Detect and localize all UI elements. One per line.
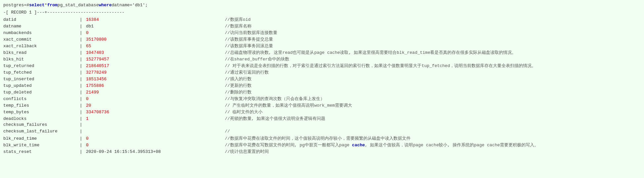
field-comment: //插入的行数 [225,76,252,82]
field-name: tup_fetched [3,70,76,75]
field-separator: | [76,77,86,82]
field-separator: | [76,83,86,88]
field-separator: | [76,44,86,49]
field-name: tup_returned [3,63,76,68]
field-name: tup_updated [3,83,76,88]
field-value: 1 [86,116,172,121]
table-row: blk_read_time|0//数据库中花费在读取文件的时间，这个值较高说明内… [3,135,641,142]
table-row: temp_bytes|334708736// 临时文件的大小 [3,109,641,116]
field-separator: | [76,70,86,75]
field-value: db1 [86,24,172,29]
field-separator: | [76,103,86,108]
command-line: postgres=# select * from pg_stat_databas… [3,3,641,9]
field-value: 218640517 [86,63,172,68]
field-value: 0 [86,143,172,148]
field-value: 152779457 [86,57,172,62]
field-name: blks_hit [3,57,76,62]
field-value: 0 [86,30,172,35]
table-row: datid|16384//数据库oid [3,17,641,23]
table-row: tup_fetched|32778249//通过索引返回的行数 [3,69,641,76]
table-row: datname|db1//数据库名称 [3,23,641,30]
field-comment: // 对于表来说是全表扫描的行数，对于索引是通过索引方法返回的索引行数，如果这个… [225,63,536,69]
field-name: deadlocks [3,116,76,121]
table-row: blks_read|1047403//总磁盘物理读的块数, 这里read也可能是… [3,50,641,56]
table-row: blks_hit|152779457//在shared_buffer命中的块数 [3,56,641,63]
field-value: 0 [86,96,172,101]
field-name: tup_inserted [3,77,76,82]
field-comment: //更新的行数 [225,83,252,89]
table-row: numbackends|0//访问当前数据库连接数量 [3,30,641,36]
field-separator: | [76,37,86,42]
field-comment: // 产生临时文件的数量，如果这个值很高说明work_mem需要调大 [225,102,352,108]
field-value: 1755886 [86,83,172,88]
field-separator: | [76,24,86,29]
field-name: tup_deleted [3,90,76,95]
field-comment: //总磁盘物理读的块数, 这里read也可能是从page cache读取, 如果… [225,50,516,55]
field-separator: | [76,143,86,148]
field-name: conflicts [3,96,76,101]
data-rows: datid|16384//数据库oiddatname|db1//数据库名称num… [3,17,641,155]
field-comment: //该数据库事务提交总量 [225,36,273,42]
table-row: checksum_last_failure|// [3,129,641,135]
field-name: checksum_failures [3,122,76,127]
table-row: xact_rollback|65//该数据库事务回滚总量 [3,43,641,50]
field-comment: //访问当前数据库连接数量 [225,30,277,36]
table-row: temp_files|20// 产生临时文件的数量，如果这个值很高说明work_… [3,102,641,109]
field-comment: //在shared_buffer命中的块数 [225,56,289,62]
field-comment: //通过索引返回的行数 [225,69,269,75]
field-name: xact_commit [3,37,76,42]
table-row: deadlocks|1//死锁的数量, 如果这个值很大说明业务逻辑有问题 [3,116,641,122]
field-value: 334708736 [86,110,172,115]
field-name: checksum_last_failure [3,129,76,134]
field-name: xact_rollback [3,44,76,49]
table-row: tup_inserted|18513456//插入的行数 [3,76,641,83]
table-row: conflicts|0//与恢复冲突取消的查询次数（只会在备库上发生） [3,96,641,102]
field-value: 32778249 [86,70,172,75]
field-value: 2020-09-24 16:15:54.395313+08 [86,149,172,154]
field-comment: // 临时文件的大小 [225,109,262,115]
field-comment: //数据库名称 [225,23,252,29]
field-comment: // [225,129,230,134]
field-name: numbackends [3,30,76,35]
field-comment: //死锁的数量, 如果这个值很大说明业务逻辑有问题 [225,116,325,122]
field-separator: | [76,110,86,115]
field-separator: | [76,116,86,121]
table-row: tup_returned|218640517// 对于表来说是全表扫描的行数，对… [3,63,641,69]
field-separator: | [76,149,86,154]
field-comment: //统计信息重置的时间 [225,149,269,155]
cmd-table: pg_stat_database [58,3,99,8]
prompt: postgres=# [3,3,29,8]
keyword-where: where [99,3,112,8]
field-separator: | [76,96,86,101]
record-header-line: -[ RECORD 1 ]---+-----------------------… [3,10,641,17]
field-name: blk_read_time [3,136,76,141]
field-separator: | [76,63,86,68]
field-separator: | [76,17,86,22]
cmd-middle: * [45,3,47,8]
field-value: 1047403 [86,50,172,55]
field-value: 20 [86,103,172,108]
field-comment: //删除的行数 [225,89,252,95]
field-separator: | [76,50,86,55]
terminal-output: postgres=# select * from pg_stat_databas… [3,3,641,155]
field-name: datname [3,24,76,29]
field-name: datid [3,17,76,22]
field-value: 16384 [86,17,172,22]
field-value: 35170800 [86,37,172,42]
field-name: blks_read [3,50,76,55]
field-name: stats_reset [3,149,76,154]
keyword-from: from [47,3,58,8]
record-header: -[ RECORD 1 ]---+-----------------------… [3,10,125,15]
table-row: tup_deleted|21499//删除的行数 [3,89,641,96]
field-comment: //数据库oid [225,17,251,22]
table-row: blk_write_time|0//数据库中花费在写数据文件的时间, pg中脏页… [3,142,641,149]
field-comment: //与恢复冲突取消的查询次数（只会在备库上发生） [225,96,325,102]
field-comment: //数据库中花费在写数据文件的时间, pg中脏页一般都写入page cache,… [225,142,539,148]
cmd-condition: datname='db1'; [112,3,148,8]
field-separator: | [76,122,86,127]
field-value: 21499 [86,90,172,95]
field-comment: //该数据库事务回滚总量 [225,43,273,49]
field-value: 18513456 [86,77,172,82]
field-name: blk_write_time [3,143,76,148]
field-separator: | [76,129,86,134]
